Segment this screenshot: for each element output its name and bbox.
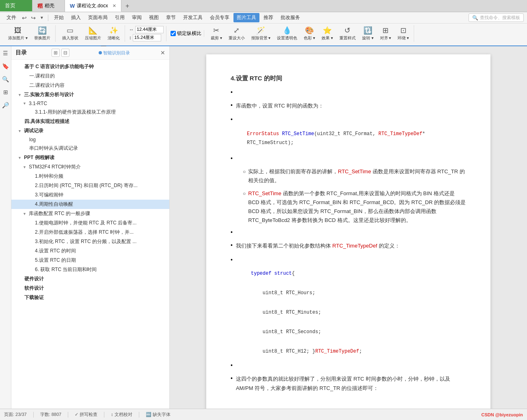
toolbar-color-btn[interactable]: 🎨 色彩 ▾ — [301, 25, 317, 42]
tab-wps[interactable]: 稻 稻壳 — [32, 0, 65, 12]
toc-item[interactable]: ▼3.1-RTC — [11, 99, 169, 108]
status-compare[interactable]: ↕ 文档校对 — [111, 411, 132, 418]
tab-doc[interactable]: W 课程论文.docx ✕ — [65, 0, 121, 12]
toc-item[interactable]: 2.开启外部低速振荡器，选择 RTC 时钟，并... — [11, 228, 169, 237]
toc-item[interactable]: ▼库函数配置 RTC 的一般步骤 — [11, 209, 169, 218]
toolbar-add-image-btn[interactable]: 🖼 添加图片 ▾ — [6, 26, 30, 42]
menu-layout[interactable]: 页面布局 — [85, 13, 111, 22]
menu-view[interactable]: 视图 — [146, 13, 162, 22]
sidebar-collapse-btn[interactable]: ⊟ — [61, 49, 69, 57]
menu-dev[interactable]: 开发工具 — [180, 13, 206, 22]
menu-file[interactable]: 文件 — [3, 13, 19, 22]
effect-label: 效果 ▾ — [322, 35, 333, 41]
lock-ratio-checkbox[interactable] — [171, 31, 176, 36]
toc-item[interactable]: 下载验证 — [11, 293, 169, 302]
toc-item[interactable]: 2.日历时间 (RTC_TR) 和日期 (RTC_DR) 寄存... — [11, 181, 169, 190]
toc-item[interactable]: 3.初始化 RTC，设置 RTC 的分频，以及配置 ... — [11, 237, 169, 246]
toolbar-replace-image-btn[interactable]: 🔄 替换图片 — [32, 25, 53, 42]
toolbar-align-btn[interactable]: ⊞ 对齐 ▾ — [378, 25, 394, 42]
toc-toggle[interactable]: ▼ — [23, 101, 26, 106]
search-placeholder: 查找命令、搜索模板 — [480, 15, 520, 21]
search-box[interactable]: 🔍 查找命令、搜索模板 — [469, 13, 524, 22]
toc-item[interactable]: 硬件设计 — [11, 274, 169, 284]
toc-toggle[interactable]: ▼ — [18, 129, 22, 133]
toc-item[interactable]: 软件设计 — [11, 284, 169, 293]
toolbar-rotate-btn[interactable]: 🔃 旋转 ▾ — [360, 25, 376, 42]
toolbar-transparent-btn[interactable]: 💧 设置透明色 — [274, 25, 300, 42]
toc-item[interactable]: 四.具体实现过程描述 — [11, 117, 169, 126]
toolbar-effect-btn[interactable]: ⭐ 效果 ▾ — [319, 25, 335, 42]
toolbar-compress-btn[interactable]: 📐 压缩图片 — [82, 25, 104, 42]
menu-home[interactable]: 开始 — [51, 13, 67, 22]
width-input[interactable] — [135, 26, 164, 33]
height-input[interactable] — [133, 34, 161, 41]
search-icon: 🔍 — [472, 15, 478, 21]
toc-item[interactable]: 5.设置 RTC 的日期 — [11, 256, 169, 265]
menu-ref[interactable]: 引用 — [112, 13, 128, 22]
menu-recommend[interactable]: 推荐 — [260, 13, 276, 22]
toc-item[interactable]: ▼STM32F4 RTC时钟简介 — [11, 162, 169, 172]
toc-item[interactable]: ▼PPT 例程解读 — [11, 153, 169, 162]
toc-item-text: 基于 C 语言设计的多功能电子钟 — [24, 63, 94, 70]
toc-item[interactable]: ▼调试记录 — [11, 126, 169, 136]
menu-chapter[interactable]: 章节 — [163, 13, 179, 22]
undo-btn[interactable]: ↩ — [20, 14, 28, 22]
left-icon-zoom[interactable]: 🔎 — [1, 101, 10, 110]
toc-item-text: 2.开启外部低速振荡器，选择 RTC 时钟，并... — [35, 229, 134, 236]
toc-item[interactable]: 3.可编程闹钟 — [11, 190, 169, 200]
toc-toggle[interactable]: ▼ — [23, 165, 26, 169]
undo-arrow[interactable]: ▼ — [38, 15, 45, 21]
effect-icon: ⭐ — [323, 26, 332, 35]
toolbar-resize-btn[interactable]: ⤢ 重设大小 — [226, 25, 247, 42]
toc-item[interactable]: 串口时钟从头调试记录 — [11, 144, 169, 153]
toolbar-wrap-btn[interactable]: ⊡ 环绕 ▾ — [395, 25, 411, 42]
menu-vip[interactable]: 会员专享 — [207, 13, 233, 22]
toc-item[interactable]: 基于 C 语言设计的多功能电子钟 — [11, 62, 169, 71]
lock-ratio-wrap[interactable]: 锁定纵横比 — [171, 30, 201, 37]
doc-page: 4.设置 RTC 的时间 • • 库函数中，设置 RTC 时间的函数为： • — [206, 54, 490, 409]
toc-toggle[interactable]: ▼ — [18, 93, 22, 97]
status-spell[interactable]: ✓ 拼写检查 — [75, 411, 97, 418]
tab-close-btn[interactable]: ✕ — [112, 3, 116, 9]
toc-item[interactable]: 1.使能电源时钟，并使能 RTC 及 RTC 后备寄... — [11, 218, 169, 228]
height-icon: ↕ — [129, 35, 132, 41]
tab-home[interactable]: 首页 — [0, 0, 32, 12]
width-row: ↔ — [129, 26, 164, 33]
toc-item[interactable]: 4.周期性自动唤醒 — [11, 200, 169, 209]
toolbar-remove-bg-btn[interactable]: 🪄 抠除背景 ▾ — [249, 25, 273, 42]
menu-review[interactable]: 审阅 — [129, 13, 145, 22]
toc-item[interactable]: 4.设置 RTC 的时间 — [11, 246, 169, 256]
toc-toggle[interactable]: ▼ — [18, 156, 22, 160]
menu-picture-tool-active[interactable]: 图片工具 — [233, 13, 259, 22]
toc-item[interactable]: 6. 获取 RTC 当前日期和时间 — [11, 265, 169, 274]
toolbar-reset-style-btn[interactable]: ↺ 重置样式 — [337, 25, 358, 42]
left-icon-grid[interactable]: ⊞ — [1, 88, 10, 97]
left-icon-menu[interactable]: ☰ — [1, 49, 10, 58]
tab-wps-label: 稻壳 — [45, 2, 54, 9]
menu-correction[interactable]: 批改服务 — [277, 13, 303, 22]
toc-item[interactable]: 二.课程设计内容 — [11, 81, 169, 90]
resize-label: 重设大小 — [229, 35, 245, 41]
toolbar-insert-shape-btn[interactable]: ▭ 插入形状 — [60, 25, 81, 42]
toc-item[interactable]: 1.时钟和分频 — [11, 172, 169, 181]
toc-item[interactable]: 3.1.1-用到的硬件资源及模块工作原理 — [11, 108, 169, 117]
remove-bg-icon: 🪄 — [256, 26, 265, 35]
tab-new-btn[interactable]: + — [121, 0, 133, 12]
menu-sep-1 — [48, 15, 48, 21]
sidebar-expand-btn[interactable]: ⊞ — [52, 49, 60, 57]
toolbar-crop-btn[interactable]: ✂ 裁剪 ▾ — [208, 25, 225, 42]
toolbar-sharpen-btn[interactable]: ✨ 清晰化 — [105, 25, 122, 42]
left-icon-search[interactable]: 🔍 — [1, 75, 10, 84]
smart-toc-btn[interactable]: 智能识别目录 — [99, 50, 130, 56]
toc-toggle[interactable]: ▼ — [23, 212, 26, 216]
sidebar-close-btn[interactable]: ✕ — [160, 50, 165, 56]
toc-item[interactable]: ▼三.实验方案分析与设计 — [11, 90, 169, 99]
redo-btn[interactable]: ↩ — [29, 14, 37, 22]
toc-item[interactable]: 一.课程目的 — [11, 71, 169, 81]
status-font[interactable]: 🔤 缺失字体 — [146, 411, 171, 418]
doc-area[interactable]: 4.设置 RTC 的时间 • • 库函数中，设置 RTC 时间的函数为： • — [170, 46, 527, 409]
toc-item[interactable]: log — [11, 136, 169, 144]
menu-insert[interactable]: 插入 — [68, 13, 84, 22]
tab-bar: 首页 稻 稻壳 W 课程论文.docx ✕ + — [0, 0, 527, 12]
left-icon-bookmark[interactable]: 🔖 — [1, 62, 10, 71]
